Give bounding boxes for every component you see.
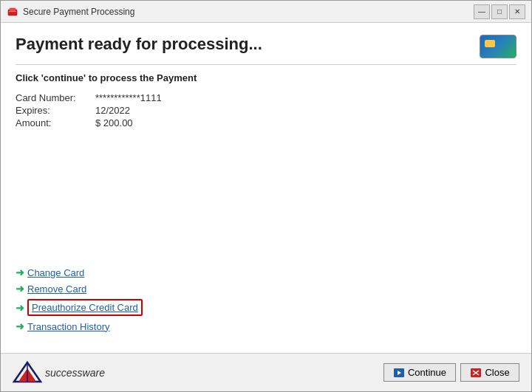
- continue-icon: [393, 368, 405, 378]
- title-bar-buttons: — □ ✕: [474, 4, 525, 19]
- card-info-table: Card Number: ************1111 Expires: 1…: [16, 92, 516, 128]
- window-title: Secure Payment Processing: [23, 7, 134, 17]
- successware-logo-icon: [13, 360, 42, 386]
- change-card-link[interactable]: ➜ Change Card: [16, 267, 516, 278]
- amount-value: $ 200.00: [95, 117, 516, 128]
- close-button[interactable]: Close: [460, 363, 519, 382]
- main-title: Payment ready for processing...: [16, 35, 262, 54]
- close-label: Close: [485, 367, 509, 378]
- transaction-history-text[interactable]: Transaction History: [27, 321, 110, 332]
- preauthorize-wrapper: Preauthorize Credit Card: [27, 299, 143, 316]
- preauthorize-arrow-icon: ➜: [16, 302, 24, 314]
- subtitle-text: Click 'continue' to process the Payment: [16, 72, 516, 83]
- header-area: Payment ready for processing...: [16, 35, 516, 58]
- header-divider: [16, 64, 516, 65]
- main-window: Secure Payment Processing — □ ✕ Payment …: [0, 0, 532, 392]
- continue-button[interactable]: Continue: [383, 363, 456, 382]
- preauthorize-text[interactable]: Preauthorize Credit Card: [32, 302, 138, 313]
- amount-label: Amount:: [16, 117, 89, 128]
- expires-value: 12/2022: [95, 105, 516, 116]
- links-area: ➜ Change Card ➜ Remove Card ➜ Preauthori…: [16, 267, 516, 332]
- card-number-label: Card Number:: [16, 92, 89, 103]
- credit-card-icon: [480, 35, 516, 58]
- maximize-button[interactable]: □: [491, 4, 508, 19]
- content-spacer: [16, 140, 516, 267]
- title-bar-left: Secure Payment Processing: [7, 6, 134, 18]
- footer-buttons: Continue Close: [383, 363, 519, 382]
- window-close-button[interactable]: ✕: [509, 4, 525, 19]
- remove-card-arrow-icon: ➜: [16, 283, 24, 295]
- expires-label: Expires:: [16, 105, 89, 116]
- remove-card-link[interactable]: ➜ Remove Card: [16, 283, 516, 295]
- transaction-history-arrow-icon: ➜: [16, 320, 24, 332]
- preauthorize-link[interactable]: ➜ Preauthorize Credit Card: [16, 299, 516, 316]
- minimize-button[interactable]: —: [474, 4, 490, 19]
- svg-rect-2: [9, 11, 16, 12]
- transaction-history-link[interactable]: ➜ Transaction History: [16, 320, 516, 332]
- logo-text: successware: [45, 367, 105, 379]
- main-content: Payment ready for processing... Click 'c…: [1, 23, 531, 353]
- card-number-value: ************1111: [95, 92, 516, 103]
- close-icon: [470, 368, 482, 378]
- remove-card-text[interactable]: Remove Card: [27, 283, 86, 295]
- footer: successware Continue: [1, 353, 531, 391]
- title-bar: Secure Payment Processing — □ ✕: [1, 1, 531, 23]
- change-card-arrow-icon: ➜: [16, 267, 24, 278]
- app-icon: [7, 6, 18, 18]
- continue-label: Continue: [408, 367, 446, 378]
- change-card-text[interactable]: Change Card: [27, 267, 84, 278]
- logo-area: successware: [13, 360, 105, 386]
